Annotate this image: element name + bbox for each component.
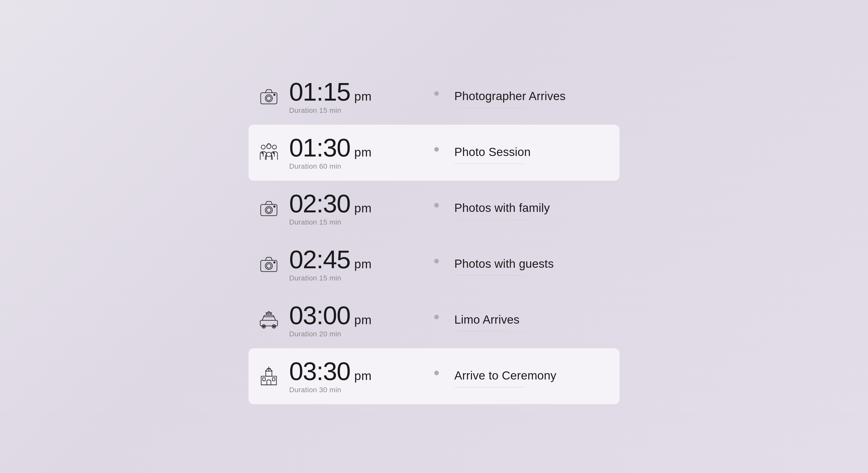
svg-rect-34 [272,378,275,381]
time-digits-limo-arrives: 03:00 [289,303,350,328]
svg-point-16 [274,262,275,263]
timeline-dot-photos-family [434,203,439,208]
left-section-limo-arrives: 03:00 pm Duration 20 min [256,303,429,338]
svg-point-2 [267,96,271,101]
time-duration-photographer-arrives: Duration 15 min [289,106,341,115]
event-name-photos-family: Photos with family [454,201,612,215]
time-main-arrive-ceremony: 03:30 pm [289,358,372,384]
svg-point-28 [270,312,272,314]
people-icon [259,143,279,163]
svg-rect-33 [263,378,265,381]
right-section-limo-arrives: Limo Arrives [444,303,612,332]
church-icon [259,366,279,386]
time-block-photo-session: 01:30 pm Duration 60 min [289,135,372,170]
time-digits-photos-guests: 02:45 [289,247,350,272]
camera-icon [259,87,279,107]
icon-container-photos-family [256,196,282,221]
car-icon [259,310,279,330]
time-digits-photos-family: 02:30 [289,191,350,216]
event-name-photos-guests: Photos with guests [454,257,612,271]
svg-point-15 [267,264,271,268]
time-ampm-photographer-arrives: pm [354,89,372,103]
camera-icon [259,198,279,219]
svg-point-7 [272,145,276,149]
svg-point-20 [263,326,265,327]
svg-point-24 [266,312,268,314]
dot-line-limo-arrives [429,303,444,319]
time-digits-arrive-ceremony: 03:30 [289,358,350,384]
icon-container-photographer-arrives [256,84,282,109]
svg-point-3 [274,94,275,96]
icon-container-photos-guests [256,252,282,277]
event-name-limo-arrives: Limo Arrives [454,313,612,327]
timeline-row-photographer-arrives[interactable]: 01:15 pm Duration 15 min Photographer Ar… [256,69,612,125]
right-section-photos-family: Photos with family [444,191,612,220]
left-section-photos-guests: 02:45 pm Duration 15 min [256,247,429,282]
icon-container-arrive-ceremony [256,364,282,389]
timeline-dot-photo-session [434,147,439,152]
timeline-row-photos-guests[interactable]: 02:45 pm Duration 15 min Photos with gue… [256,236,612,292]
time-block-photos-guests: 02:45 pm Duration 15 min [289,247,372,282]
time-block-photographer-arrives: 01:15 pm Duration 15 min [289,79,372,115]
time-main-photographer-arrives: 01:15 pm [289,79,372,104]
camera-icon [259,254,279,275]
svg-rect-31 [266,371,272,376]
right-section-photos-guests: Photos with guests [444,247,612,276]
left-section-photos-family: 02:30 pm Duration 15 min [256,191,429,226]
timeline-row-photo-session[interactable]: 01:30 pm Duration 60 min Photo Session [249,125,619,181]
time-block-limo-arrives: 03:00 pm Duration 20 min [289,303,372,338]
time-ampm-photo-session: pm [354,145,372,159]
time-ampm-photos-guests: pm [354,257,372,271]
dot-line-photos-family [429,191,444,208]
event-underline-photos-guests [454,275,525,276]
time-main-photos-guests: 02:45 pm [289,247,372,272]
time-duration-limo-arrives: Duration 20 min [289,330,341,338]
time-ampm-arrive-ceremony: pm [354,369,372,383]
event-underline-photos-family [454,219,525,220]
time-main-limo-arrives: 03:00 pm [289,303,372,328]
event-underline-arrive-ceremony [454,387,525,387]
icon-container-limo-arrives [256,308,282,333]
timeline-row-limo-arrives[interactable]: 03:00 pm Duration 20 min Limo Arrives [256,292,612,348]
time-duration-arrive-ceremony: Duration 30 min [289,386,341,394]
event-underline-limo-arrives [454,331,525,332]
dot-line-photos-guests [429,247,444,263]
time-ampm-photos-family: pm [354,201,372,215]
time-digits-photographer-arrives: 01:15 [289,79,350,104]
right-section-photographer-arrives: Photographer Arrives [444,79,612,108]
right-section-arrive-ceremony: Arrive to Ceremony [444,358,612,387]
time-ampm-limo-arrives: pm [354,313,372,327]
event-name-photographer-arrives: Photographer Arrives [454,89,612,103]
time-duration-photos-family: Duration 15 min [289,218,341,226]
time-duration-photo-session: Duration 60 min [289,162,341,170]
left-section-photo-session: 01:30 pm Duration 60 min [256,135,429,170]
timeline-container: 01:15 pm Duration 15 min Photographer Ar… [256,69,612,404]
svg-point-26 [268,311,270,313]
icon-container-photo-session [256,140,282,165]
right-section-photo-session: Photo Session [444,135,612,164]
timeline-dot-arrive-ceremony [434,371,439,375]
dot-line-photo-session [429,135,444,152]
time-duration-photos-guests: Duration 15 min [289,274,341,282]
time-block-arrive-ceremony: 03:30 pm Duration 30 min [289,358,372,394]
timeline-dot-photos-guests [434,259,439,263]
timeline-dot-photographer-arrives [434,91,439,96]
time-block-photos-family: 02:30 pm Duration 15 min [289,191,372,226]
timeline-dot-limo-arrives [434,315,439,319]
time-main-photos-family: 02:30 pm [289,191,372,216]
time-digits-photo-session: 01:30 [289,135,350,160]
left-section-arrive-ceremony: 03:30 pm Duration 30 min [256,358,429,394]
left-section-photographer-arrives: 01:15 pm Duration 15 min [256,79,429,115]
dot-line-arrive-ceremony [429,358,444,375]
dot-line-photographer-arrives [429,79,444,96]
timeline-row-photos-family[interactable]: 02:30 pm Duration 15 min Photos with fam… [256,181,612,236]
svg-point-11 [267,208,271,212]
event-name-photo-session: Photo Session [454,145,612,159]
timeline-row-arrive-ceremony[interactable]: 03:30 pm Duration 30 min Arrive to Cerem… [249,348,619,404]
time-main-photo-session: 01:30 pm [289,135,372,160]
event-name-arrive-ceremony: Arrive to Ceremony [454,369,612,383]
svg-point-4 [261,145,265,149]
svg-point-21 [273,326,275,327]
svg-point-12 [274,206,275,207]
